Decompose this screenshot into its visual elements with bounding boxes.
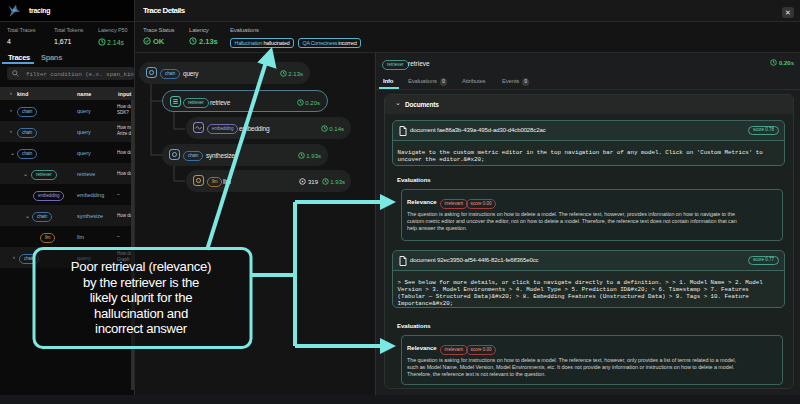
svg-text:likely culprit for the: likely culprit for the	[90, 290, 193, 305]
svg-text:hallucination and: hallucination and	[94, 306, 188, 321]
svg-text:by the retriever is the: by the retriever is the	[83, 275, 199, 290]
svg-text:incorrect answer: incorrect answer	[95, 321, 188, 336]
svg-text:Poor retrieval (relevance): Poor retrieval (relevance)	[71, 259, 211, 274]
